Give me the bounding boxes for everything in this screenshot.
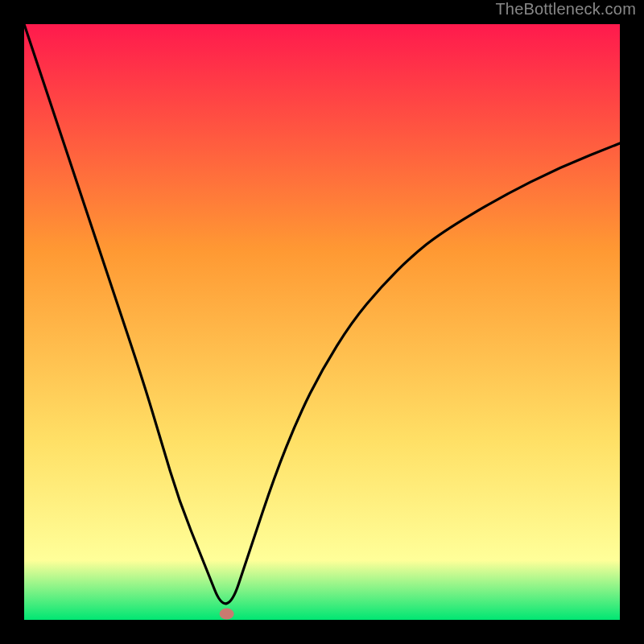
watermark-text: TheBottleneck.com xyxy=(495,0,636,19)
plot-area xyxy=(24,24,620,620)
gradient-background xyxy=(24,24,620,620)
chart-outer-frame: TheBottleneck.com xyxy=(0,0,644,644)
optimum-marker xyxy=(220,609,234,620)
bottleneck-chart xyxy=(24,24,620,620)
